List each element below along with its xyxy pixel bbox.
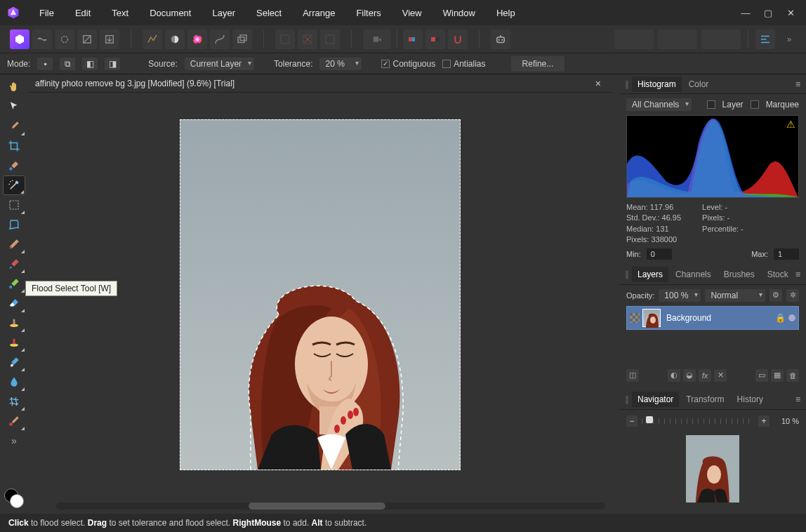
tb-quick1[interactable] <box>614 29 654 49</box>
menu-document[interactable]: Document <box>140 4 201 22</box>
tb-stacks[interactable] <box>232 29 252 49</box>
tool-hand[interactable] <box>3 77 25 97</box>
window-close[interactable]: ✕ <box>781 6 800 19</box>
tb-align[interactable] <box>755 29 775 49</box>
tab-histogram[interactable]: Histogram <box>632 77 682 92</box>
tb-snap[interactable] <box>448 29 468 49</box>
livefilter-icon[interactable]: ◒ <box>683 369 696 382</box>
fx-icon[interactable]: ✲ <box>786 289 799 302</box>
tool-dodge[interactable] <box>3 352 25 372</box>
tb-scope1[interactable] <box>275 29 295 49</box>
tb-more[interactable]: » <box>779 29 799 49</box>
tab-brushes[interactable]: Brushes <box>718 267 760 282</box>
tb-grid[interactable] <box>363 29 391 49</box>
mode-subtract[interactable]: ◧ <box>82 58 98 70</box>
max-input[interactable]: 1 <box>774 248 799 260</box>
tb-swatch2[interactable] <box>425 29 445 49</box>
tool-clone[interactable] <box>3 313 25 333</box>
tb-colorwheel[interactable] <box>187 29 207 49</box>
persona-photo[interactable] <box>10 29 29 49</box>
tab-history[interactable]: History <box>732 392 769 407</box>
tool-inpaint[interactable] <box>3 333 25 352</box>
persona-export[interactable] <box>100 29 119 49</box>
crop-icon[interactable]: ✕ <box>714 369 727 382</box>
layer-check[interactable] <box>707 100 715 109</box>
tb-autolevels[interactable] <box>143 29 162 49</box>
window-minimize[interactable]: — <box>736 6 755 19</box>
tool-brush[interactable] <box>3 254 25 274</box>
tool-selection-brush[interactable] <box>3 156 25 175</box>
tab-channels[interactable]: Channels <box>670 267 717 282</box>
panel-menu-icon[interactable]: ≡ <box>795 394 800 404</box>
panel-menu-icon[interactable]: ≡ <box>795 270 800 279</box>
refine-button[interactable]: Refine... <box>511 56 565 72</box>
layer-background[interactable]: Background 🔒 <box>626 306 799 330</box>
menu-select[interactable]: Select <box>246 4 291 22</box>
tb-wb[interactable] <box>165 29 185 49</box>
vertical-scrollbar[interactable] <box>612 74 619 514</box>
lock-icon[interactable]: 🔒 <box>775 313 786 323</box>
tab-transform[interactable]: Transform <box>680 392 729 407</box>
tool-crop[interactable] <box>3 136 25 156</box>
document-canvas[interactable] <box>180 119 461 470</box>
tool-red-eye[interactable] <box>3 411 25 431</box>
persona-tonemap[interactable] <box>77 29 97 49</box>
tb-assistant[interactable] <box>491 29 510 49</box>
panel-handle-icon[interactable]: ∥ <box>625 270 628 279</box>
source-dropdown[interactable]: Current Layer <box>185 58 254 70</box>
mode-new[interactable]: ▪ <box>37 58 53 70</box>
tool-erase[interactable] <box>3 293 25 313</box>
antialias-check[interactable]: Antialias <box>442 59 485 69</box>
window-maximize[interactable]: ▢ <box>758 6 778 19</box>
zoom-slider[interactable] <box>642 418 754 424</box>
tab-stock[interactable]: Stock <box>762 267 794 282</box>
tool-pixel[interactable] <box>3 274 25 293</box>
tool-move[interactable] <box>3 97 25 117</box>
tool-flood-select[interactable] <box>3 175 25 195</box>
tool-color-picker[interactable] <box>3 117 25 136</box>
menu-filters[interactable]: Filters <box>346 4 390 22</box>
panel-handle-icon[interactable]: ∥ <box>625 394 628 404</box>
menu-edit[interactable]: Edit <box>65 4 100 22</box>
panel-handle-icon[interactable]: ∥ <box>625 79 628 89</box>
tool-freehand[interactable] <box>3 215 25 234</box>
tool-mesh[interactable] <box>3 392 25 411</box>
add-icon[interactable]: ▦ <box>771 369 784 382</box>
tool-blur[interactable] <box>3 372 25 392</box>
tb-scope2[interactable] <box>298 29 317 49</box>
menu-view[interactable]: View <box>392 4 432 22</box>
persona-develop[interactable] <box>55 29 74 49</box>
opacity-dropdown[interactable]: 100 % <box>659 289 701 302</box>
viewport[interactable] <box>28 93 612 514</box>
trash-icon[interactable]: 🗑 <box>786 369 799 382</box>
gear-icon[interactable]: ⚙ <box>769 289 782 302</box>
tab-layers[interactable]: Layers <box>632 267 668 282</box>
menu-text[interactable]: Text <box>102 4 138 22</box>
menu-layer[interactable]: Layer <box>202 4 245 22</box>
group-icon[interactable]: ▭ <box>755 369 768 382</box>
mode-intersect[interactable]: ◨ <box>105 58 120 70</box>
horizontal-scrollbar[interactable] <box>56 503 605 510</box>
zoom-in-button[interactable]: + <box>758 415 769 427</box>
document-tab[interactable]: affinity photo remove bg 3.jpg [Modified… <box>35 79 591 88</box>
tab-close[interactable]: × <box>591 78 605 89</box>
tool-pen[interactable] <box>3 234 25 254</box>
min-input[interactable]: 0 <box>647 248 672 260</box>
marquee-check[interactable] <box>751 100 759 109</box>
zoom-out-button[interactable]: − <box>626 415 637 427</box>
tab-navigator[interactable]: Navigator <box>632 392 679 407</box>
mask-icon[interactable]: ◫ <box>626 369 639 382</box>
menu-window[interactable]: Window <box>433 4 485 22</box>
tb-curves[interactable] <box>210 29 230 49</box>
tb-swatch[interactable] <box>403 29 423 49</box>
contiguous-check[interactable]: ✓Contiguous <box>381 59 435 69</box>
menu-arrange[interactable]: Arrange <box>293 4 345 22</box>
zoom-value[interactable]: 10 % <box>774 417 799 425</box>
tool-more[interactable]: » <box>3 431 25 451</box>
persona-liquify[interactable] <box>32 29 52 49</box>
channel-dropdown[interactable]: All Channels <box>626 98 692 111</box>
color-swatches[interactable] <box>4 488 24 508</box>
fx-icon[interactable]: fx <box>699 369 711 382</box>
tab-color[interactable]: Color <box>683 77 715 92</box>
menu-file[interactable]: File <box>29 4 64 22</box>
